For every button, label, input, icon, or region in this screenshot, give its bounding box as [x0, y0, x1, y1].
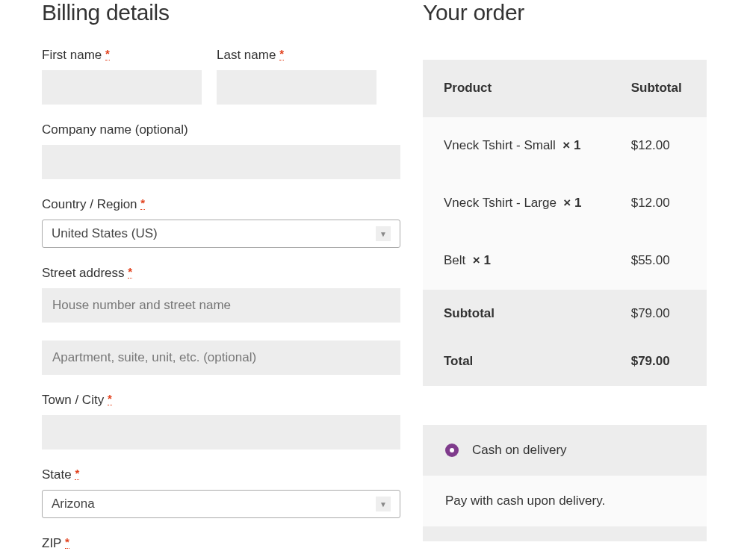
first-name-label: First name *	[42, 48, 202, 63]
city-input[interactable]	[42, 415, 400, 449]
order-item-row: Belt × 1 $55.00	[423, 232, 707, 290]
order-item-name: Vneck Tshirt - Large	[444, 196, 557, 210]
radio-selected-icon	[445, 444, 459, 457]
total-value: $79.00	[610, 337, 707, 386]
payment-section: Cash on delivery Pay with cash upon deli…	[423, 425, 707, 541]
order-item-qty: × 1	[473, 253, 491, 267]
order-item-price: $55.00	[610, 232, 707, 290]
country-select[interactable]: United States (US) ▼	[42, 220, 400, 248]
billing-heading: Billing details	[42, 0, 400, 25]
order-table: Product Subtotal Vneck Tshirt - Small × …	[423, 60, 707, 386]
zip-label: ZIP *	[42, 536, 400, 551]
order-item-price: $12.00	[610, 175, 707, 232]
subtotal-value: $79.00	[610, 290, 707, 338]
order-header-subtotal: Subtotal	[610, 60, 707, 117]
company-label: Company name (optional)	[42, 122, 400, 137]
first-name-input[interactable]	[42, 70, 202, 105]
street-label: Street address *	[42, 266, 400, 281]
order-item-price: $12.00	[610, 117, 707, 175]
required-icon: *	[128, 265, 132, 279]
last-name-label: Last name *	[217, 48, 376, 63]
country-label: Country / Region *	[42, 197, 400, 212]
subtotal-label: Subtotal	[423, 290, 610, 338]
state-value: Arizona	[52, 497, 95, 511]
required-icon: *	[279, 47, 284, 60]
state-select[interactable]: Arizona ▼	[42, 490, 400, 518]
total-label: Total	[423, 337, 610, 386]
city-label: Town / City *	[42, 393, 400, 408]
company-input[interactable]	[42, 145, 400, 179]
last-name-input[interactable]	[217, 70, 376, 105]
chevron-down-icon: ▼	[376, 226, 391, 241]
order-item-row: Vneck Tshirt - Small × 1 $12.00	[423, 117, 707, 175]
required-icon: *	[75, 467, 79, 480]
payment-method-cod[interactable]: Cash on delivery	[423, 425, 707, 476]
country-value: United States (US)	[52, 226, 158, 241]
street-address-1-input[interactable]	[42, 288, 400, 323]
order-item-row: Vneck Tshirt - Large × 1 $12.00	[423, 175, 707, 232]
order-heading: Your order	[423, 0, 707, 25]
state-label: State *	[42, 467, 400, 482]
required-icon: *	[140, 196, 145, 210]
order-item-name: Vneck Tshirt - Small	[444, 138, 556, 152]
chevron-down-icon: ▼	[376, 497, 391, 511]
required-icon: *	[108, 392, 112, 405]
payment-footer	[423, 526, 707, 541]
order-item-qty: × 1	[562, 138, 580, 152]
required-icon: *	[65, 535, 69, 549]
order-item-qty: × 1	[563, 196, 581, 210]
payment-description: Pay with cash upon delivery.	[423, 476, 707, 526]
street-address-2-input[interactable]	[42, 340, 400, 375]
payment-method-label: Cash on delivery	[472, 443, 567, 458]
order-header-product: Product	[423, 60, 610, 117]
order-item-name: Belt	[444, 253, 465, 267]
required-icon: *	[105, 47, 110, 60]
